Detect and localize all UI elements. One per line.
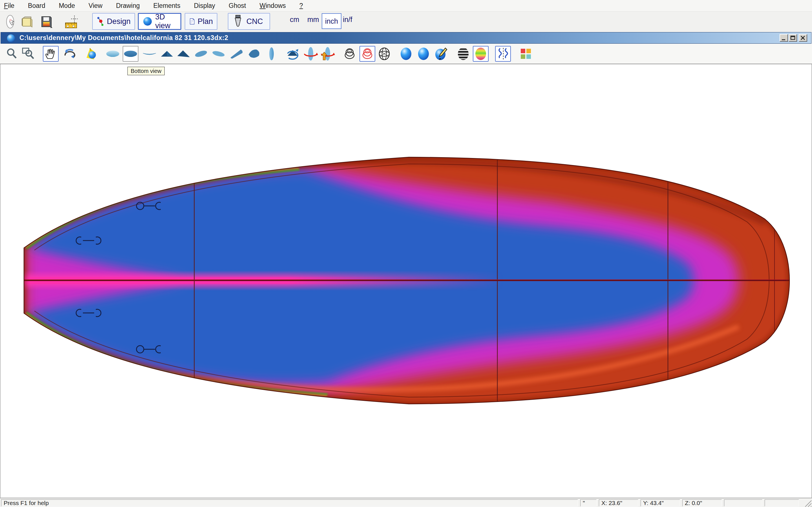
status-empty-2 <box>765 499 799 506</box>
tail-3q-view-icon[interactable] <box>176 46 192 62</box>
design-nodes-icon <box>97 14 104 29</box>
board-canvas[interactable] <box>0 64 812 498</box>
spin-view-icon[interactable] <box>285 46 301 62</box>
menu-item-ghost[interactable]: Ghost <box>222 2 253 10</box>
save-icon[interactable] <box>39 14 54 29</box>
nose-view-icon[interactable] <box>264 46 280 62</box>
unit-inf[interactable]: in/f <box>343 15 352 24</box>
roll-view-icon[interactable] <box>303 46 319 62</box>
main-toolbar: Design 3D view Plan <box>0 11 812 32</box>
status-x-coordinate: X: 23.6" <box>599 499 638 506</box>
3d-view-mode-button[interactable]: 3D view <box>138 13 181 30</box>
resize-grip[interactable] <box>804 500 811 507</box>
perspective-view-icon[interactable] <box>229 46 245 62</box>
unit-cm[interactable]: cm <box>290 15 299 24</box>
menu-item-mode[interactable]: Mode <box>52 2 82 10</box>
render-light-icon[interactable] <box>84 46 100 62</box>
tooltip-bottom-view: Bottom view <box>128 67 165 75</box>
menu-item-windows[interactable]: Windows <box>253 2 292 10</box>
color-palette-icon[interactable] <box>518 46 534 62</box>
curvature-sphere-icon[interactable] <box>473 46 489 62</box>
status-empty-1 <box>724 499 762 506</box>
document-sphere-icon <box>6 34 16 43</box>
open-folder-icon[interactable] <box>20 14 35 29</box>
paint-sphere-icon[interactable] <box>434 46 449 62</box>
status-bar: Press F1 for help " X: 23.6" Y: 43.4" Z:… <box>0 498 812 507</box>
shaded-sphere-2-icon[interactable] <box>416 46 432 62</box>
zoom-icon[interactable] <box>4 46 20 62</box>
menu-item-view[interactable]: View <box>82 2 109 10</box>
side-view-icon[interactable] <box>142 46 157 62</box>
sphere-icon <box>143 15 153 27</box>
mesh-sphere-icon[interactable] <box>376 46 392 62</box>
minimize-button[interactable] <box>779 34 788 42</box>
menu-item-file[interactable]: File <box>0 2 21 10</box>
perspective-view-2-icon[interactable] <box>246 46 262 62</box>
menu-item-elements[interactable]: Elements <box>147 2 187 10</box>
view-toolbar <box>0 44 812 64</box>
status-z-coordinate: Z: 0.0" <box>682 499 722 506</box>
status-unit: " <box>580 499 597 506</box>
new-board-icon[interactable] <box>4 14 18 29</box>
status-help: Press F1 for help <box>1 499 578 506</box>
flow-lines-icon[interactable] <box>495 46 511 62</box>
zebra-sphere-icon[interactable] <box>455 46 471 62</box>
unit-inch[interactable]: inch <box>322 13 342 29</box>
close-button[interactable] <box>799 34 807 42</box>
tilt-right-view-icon[interactable] <box>211 46 226 62</box>
top-view-icon[interactable] <box>105 46 121 62</box>
menu-item-help[interactable]: ? <box>293 2 310 10</box>
cnc-mode-button[interactable]: CNC <box>228 13 270 30</box>
tail-view-icon[interactable] <box>159 46 175 62</box>
menu-item-drawing[interactable]: Drawing <box>109 2 146 10</box>
unit-mm[interactable]: mm <box>307 15 319 24</box>
bottom-view-icon[interactable] <box>123 46 139 62</box>
maximize-button[interactable] <box>789 34 797 42</box>
board-render <box>1 64 811 498</box>
plan-sheet-icon <box>189 15 195 28</box>
design-mode-button[interactable]: Design <box>92 13 135 30</box>
application-window: File Board Mode View Drawing Elements Di… <box>0 0 812 507</box>
status-y-coordinate: Y: 43.4" <box>641 499 680 506</box>
wireframe-red-icon[interactable] <box>359 46 375 62</box>
pan-hand-icon[interactable] <box>43 46 59 62</box>
zoom-window-icon[interactable] <box>20 46 36 62</box>
document-title: C:\users\dennery\My Documents\hotelcalif… <box>19 34 228 42</box>
shaded-sphere-icon[interactable] <box>398 46 414 62</box>
menu-bar: File Board Mode View Drawing Elements Di… <box>0 0 812 11</box>
cnc-tool-icon <box>232 15 244 28</box>
measure-icon[interactable] <box>63 14 78 29</box>
menu-item-display[interactable]: Display <box>187 2 222 10</box>
rotate-3d-icon[interactable] <box>62 46 78 62</box>
roll-up-view-icon[interactable] <box>319 46 335 62</box>
menu-item-board[interactable]: Board <box>21 2 52 10</box>
plan-mode-button[interactable]: Plan <box>185 13 217 30</box>
tilt-left-view-icon[interactable] <box>193 46 209 62</box>
wireframe-icon[interactable] <box>342 46 357 62</box>
document-title-bar[interactable]: C:\users\dennery\My Documents\hotelcalif… <box>1 32 811 44</box>
